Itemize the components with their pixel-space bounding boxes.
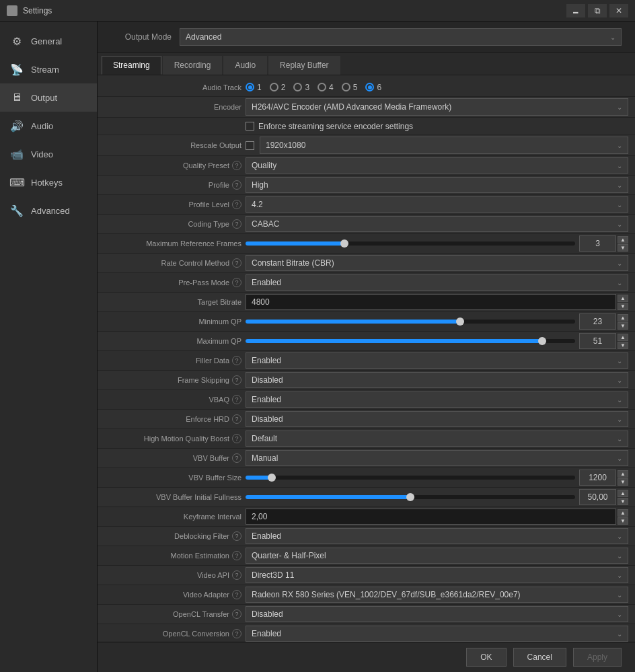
dropdown-frame-skipping[interactable]: Disabled⌄	[246, 372, 628, 388]
audio-track-6[interactable]: 6	[365, 83, 381, 92]
dropdown-opencl-transfer[interactable]: Disabled⌄	[246, 606, 628, 622]
help-icon[interactable]: ?	[232, 551, 241, 560]
sidebar-item-audio[interactable]: 🔊 Audio	[0, 112, 97, 140]
dropdown-deblocking-filter[interactable]: Enabled⌄	[246, 528, 628, 544]
spin-only-up-keyframe-interval[interactable]: ▲	[618, 509, 628, 517]
enforce-streaming-checkbox[interactable]: Enforce streaming service encoder settin…	[246, 122, 413, 131]
sidebar-item-advanced[interactable]: 🔧 Advanced	[0, 196, 97, 225]
minimize-button[interactable]: 🗕	[566, 4, 585, 17]
slider-thumb-vbv-buffer-size[interactable]	[268, 474, 276, 482]
audio-track-3[interactable]: 3	[293, 83, 309, 92]
spin-only-down-keyframe-interval[interactable]: ▼	[618, 517, 628, 525]
sidebar-item-output[interactable]: 🖥 Output	[0, 83, 97, 112]
ok-button[interactable]: OK	[466, 648, 506, 667]
slider-thumb-maximum-qp[interactable]	[538, 337, 546, 345]
dropdown-vbaq[interactable]: Enabled⌄	[246, 391, 628, 408]
spin-up-vbv-buffer-fullness[interactable]: ▲	[618, 490, 628, 497]
tab-streaming[interactable]: Streaming	[102, 56, 161, 75]
dropdown-coding-type[interactable]: CABAC⌄	[246, 216, 628, 232]
spin-down-vbv-buffer-fullness[interactable]: ▼	[618, 498, 628, 505]
help-icon[interactable]: ?	[232, 414, 241, 424]
help-icon[interactable]: ?	[232, 356, 241, 365]
rescale-resolution-select[interactable]: 1920x1080 ⌄	[260, 137, 628, 154]
dropdown-filler-data[interactable]: Enabled⌄	[246, 352, 628, 369]
spin-down-vbv-buffer-size[interactable]: ▼	[618, 478, 628, 486]
spin-input-minimum-qp[interactable]	[579, 313, 616, 330]
help-icon[interactable]: ?	[232, 434, 241, 443]
output-mode-select[interactable]: Advanced ⌄	[180, 28, 622, 46]
dropdown-video-api[interactable]: Direct3D 11⌄	[246, 567, 628, 583]
apply-button[interactable]: Apply	[573, 648, 622, 667]
spin-input-maximum-qp[interactable]	[579, 333, 616, 349]
settings-scroll[interactable]: Audio Track 1 2 3	[98, 75, 635, 642]
spin-input-max-ref-frames[interactable]	[579, 235, 616, 252]
spin-input-vbv-buffer-size[interactable]	[579, 470, 616, 486]
spin-up-minimum-qp[interactable]: ▲	[618, 314, 628, 322]
spin-input-vbv-buffer-fullness[interactable]	[579, 489, 616, 505]
audio-track-1[interactable]: 1	[246, 83, 262, 92]
tab-replay-buffer[interactable]: Replay Buffer	[268, 56, 340, 75]
slider-track-minimum-qp[interactable]	[246, 320, 575, 324]
audio-track-2[interactable]: 2	[270, 83, 286, 92]
rescale-output-control: 1920x1080 ⌄	[246, 137, 628, 154]
slider-track-vbv-buffer-fullness[interactable]	[246, 495, 575, 499]
help-icon[interactable]: ?	[232, 590, 241, 599]
sidebar-item-stream[interactable]: 📡 Stream	[0, 55, 97, 83]
spin-up-vbv-buffer-size[interactable]: ▲	[618, 470, 628, 478]
spin-down-minimum-qp[interactable]: ▼	[618, 322, 628, 330]
tab-audio[interactable]: Audio	[223, 56, 267, 75]
encoder-select[interactable]: H264/AVC Encoder (AMD Advanced Media Fra…	[246, 98, 628, 116]
spin-up-max-ref-frames[interactable]: ▲	[618, 236, 628, 244]
help-icon[interactable]: ?	[232, 531, 241, 541]
slider-thumb-minimum-qp[interactable]	[456, 318, 464, 326]
help-icon[interactable]: ?	[232, 629, 241, 638]
slider-track-max-ref-frames[interactable]	[246, 241, 575, 246]
help-icon[interactable]: ?	[232, 609, 241, 619]
spin-down-maximum-qp[interactable]: ▼	[618, 342, 628, 349]
sidebar-item-general[interactable]: ⚙ General	[0, 27, 97, 55]
help-icon[interactable]: ?	[232, 395, 241, 404]
setting-row-maximum-qp: Maximum QP▲▼	[98, 332, 635, 351]
dropdown-value-profile: High	[252, 180, 617, 190]
slider-track-vbv-buffer-size[interactable]	[246, 476, 575, 480]
slider-thumb-max-ref-frames[interactable]	[340, 239, 348, 248]
setting-row-coding-type: Coding Type?CABAC⌄	[98, 215, 635, 234]
spin-up-maximum-qp[interactable]: ▲	[618, 334, 628, 341]
spin-only-down-target-bitrate[interactable]: ▼	[618, 303, 628, 310]
help-icon[interactable]: ?	[232, 161, 241, 170]
sidebar-item-hotkeys[interactable]: ⌨ Hotkeys	[0, 168, 97, 196]
dropdown-profile[interactable]: High⌄	[246, 177, 628, 193]
spin-only-input-keyframe-interval[interactable]	[246, 509, 616, 525]
help-icon[interactable]: ?	[232, 219, 241, 229]
help-icon[interactable]: ?	[232, 453, 241, 463]
audio-track-4[interactable]: 4	[318, 83, 334, 92]
slider-track-maximum-qp[interactable]	[246, 339, 575, 343]
help-icon[interactable]: ?	[232, 180, 241, 190]
help-icon[interactable]: ?	[232, 278, 241, 287]
rescale-checkbox[interactable]	[246, 141, 254, 150]
dropdown-high-motion[interactable]: Default⌄	[246, 431, 628, 447]
dropdown-profile-level[interactable]: 4.2⌄	[246, 196, 628, 213]
cancel-button[interactable]: Cancel	[513, 648, 566, 667]
help-icon[interactable]: ?	[232, 258, 241, 268]
close-button[interactable]: ✕	[609, 4, 628, 17]
dropdown-enforce-hrd[interactable]: Disabled⌄	[246, 411, 628, 427]
help-icon[interactable]: ?	[232, 570, 241, 580]
tab-recording[interactable]: Recording	[163, 56, 223, 75]
slider-thumb-vbv-buffer-fullness[interactable]	[406, 493, 414, 501]
spin-only-input-target-bitrate[interactable]	[246, 294, 616, 310]
dropdown-rate-control[interactable]: Constant Bitrate (CBR)⌄	[246, 255, 628, 271]
spin-only-up-target-bitrate[interactable]: ▲	[618, 295, 628, 302]
help-icon[interactable]: ?	[232, 375, 241, 385]
spin-down-max-ref-frames[interactable]: ▼	[618, 244, 628, 252]
dropdown-quality-preset[interactable]: Quality⌄	[246, 157, 628, 174]
dropdown-motion-estimation[interactable]: Quarter- & Half-Pixel⌄	[246, 548, 628, 564]
audio-track-5[interactable]: 5	[342, 83, 358, 92]
dropdown-pre-pass[interactable]: Enabled⌄	[246, 274, 628, 291]
restore-button[interactable]: ⧉	[588, 4, 607, 17]
dropdown-video-adapter[interactable]: Radeon RX 580 Series (VEN_1002/DEV_67df/…	[246, 587, 628, 603]
dropdown-vbv-buffer[interactable]: Manual⌄	[246, 450, 628, 466]
dropdown-opencl-conversion[interactable]: Enabled⌄	[246, 626, 628, 642]
sidebar-item-video[interactable]: 📹 Video	[0, 140, 97, 168]
help-icon[interactable]: ?	[232, 200, 241, 209]
